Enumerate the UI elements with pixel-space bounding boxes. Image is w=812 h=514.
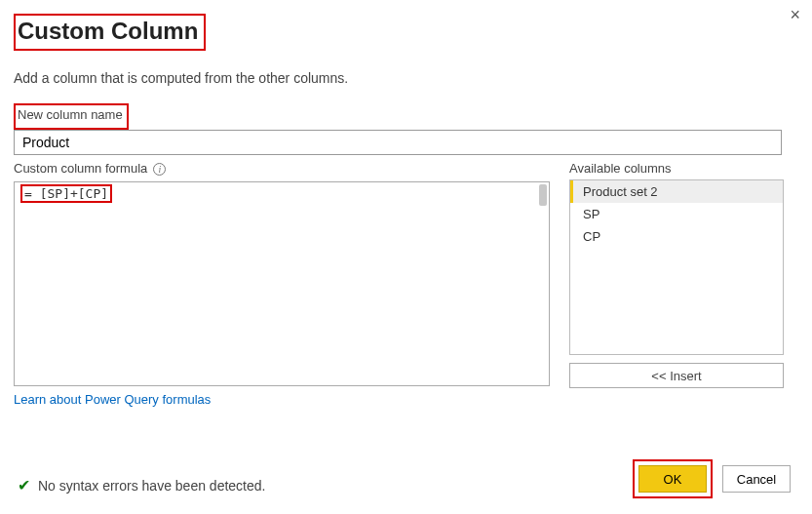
available-columns-label: Available columns xyxy=(569,161,784,176)
list-item[interactable]: SP xyxy=(570,203,783,225)
dialog-description: Add a column that is computed from the o… xyxy=(14,70,791,86)
formula-editor[interactable]: = [SP]+[CP] xyxy=(14,181,550,386)
ok-button[interactable]: OK xyxy=(638,465,707,493)
scrollbar[interactable] xyxy=(539,184,547,206)
available-columns-list[interactable]: Product set 2 SP CP xyxy=(569,179,784,355)
dialog-title: Custom Column xyxy=(14,14,206,51)
learn-link[interactable]: Learn about Power Query formulas xyxy=(14,392,211,407)
formula-prefix: = xyxy=(24,186,40,201)
new-column-name-label: New column name xyxy=(18,107,123,122)
formula-expression: [SP]+[CP] xyxy=(40,186,108,201)
list-item[interactable]: CP xyxy=(570,225,783,248)
close-icon[interactable]: × xyxy=(790,6,800,23)
formula-label: Custom column formula xyxy=(14,161,147,176)
list-item[interactable]: Product set 2 xyxy=(570,180,783,203)
info-icon[interactable]: i xyxy=(153,163,166,176)
insert-button[interactable]: << Insert xyxy=(569,363,784,388)
new-column-name-input[interactable] xyxy=(14,130,782,155)
check-icon: ✔ xyxy=(18,476,30,494)
status-text: No syntax errors have been detected. xyxy=(38,478,265,494)
cancel-button[interactable]: Cancel xyxy=(722,465,791,493)
